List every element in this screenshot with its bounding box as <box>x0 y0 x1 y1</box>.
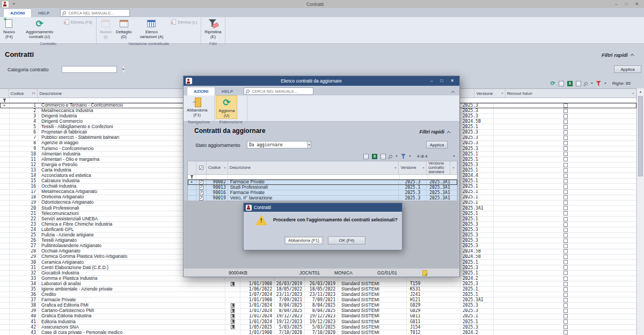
tab-azioni[interactable]: AZIONI <box>3 9 32 17</box>
rinnovi-checkbox[interactable] <box>564 211 568 215</box>
chevron-down-icon[interactable] <box>33 93 35 94</box>
rinnovi-checkbox[interactable] <box>564 309 568 313</box>
dialog-apply-button[interactable]: Applica <box>426 141 448 148</box>
chevron-down-icon[interactable] <box>396 155 398 157</box>
rinnovi-checkbox[interactable] <box>564 287 568 292</box>
rinnovi-checkbox[interactable] <box>564 244 568 248</box>
rinnovi-checkbox[interactable] <box>564 179 568 183</box>
rinnovi-checkbox[interactable] <box>564 200 568 205</box>
excel-export-icon[interactable]: X <box>372 154 377 159</box>
export-grid-icon[interactable] <box>559 81 564 86</box>
rinnovi-checkbox[interactable] <box>564 109 568 113</box>
category-input[interactable] <box>62 66 122 72</box>
table-row[interactable]: 37 Farmacie Private 1/01/1900 7/09/2021 … <box>0 297 636 303</box>
rinnovi-checkbox[interactable] <box>564 136 568 140</box>
dialog-manual-search[interactable] <box>244 87 313 95</box>
rinnovi-checkbox[interactable] <box>564 265 568 270</box>
rinnovi-checkbox[interactable] <box>564 330 568 334</box>
column-header-rinnovi[interactable]: Rinnovi futuri <box>506 89 636 98</box>
quick-filters-toggle[interactable]: Filtri rapidi <box>602 52 634 58</box>
rinnovi-checkbox[interactable] <box>564 152 568 156</box>
tab-help[interactable]: HELP <box>32 9 56 17</box>
chevron-down-icon[interactable] <box>409 155 411 157</box>
rinnovi-checkbox[interactable] <box>564 195 568 199</box>
minimize-icon[interactable]: – <box>383 205 385 210</box>
grid-search-icon[interactable] <box>584 82 588 85</box>
nuovo-i-button[interactable]: Nuovo(I) <box>98 17 114 41</box>
rinnovi-checkbox[interactable] <box>564 260 568 264</box>
rinnovi-checkbox[interactable] <box>564 239 568 243</box>
table-row[interactable]: 42 Assicurazioni SNA 1/05/2025 5/03/2025… <box>0 325 636 330</box>
dialog-tab-help[interactable]: HELP <box>215 87 239 95</box>
table-row[interactable]: ✓ 90013 Studi Professionali 2025.1 2025.… <box>188 185 457 190</box>
table-row[interactable]: 36 Credito 1/07/2024 23/11/2023 23/11/20… <box>0 292 636 297</box>
rinnovi-checkbox[interactable] <box>564 146 568 151</box>
confirm-ok-button[interactable]: OK (F4) <box>328 236 365 244</box>
rinnovi-checkbox[interactable] <box>564 163 568 167</box>
manual-search[interactable] <box>60 9 130 17</box>
dettaglio-button[interactable]: Dettaglio(D) <box>114 17 134 41</box>
chevron-down-icon[interactable] <box>604 83 606 84</box>
column-header-versione-std[interactable]: Versione contratto standard <box>427 161 450 174</box>
manual-search-input[interactable] <box>68 11 127 15</box>
chevron-down-icon[interactable] <box>452 167 455 169</box>
maximize-icon[interactable]: □ <box>440 78 443 84</box>
table-row[interactable]: 34 Laboratori di analisi 1/01/1900 26/03… <box>0 281 636 287</box>
vertical-scrollbar[interactable]: ▲ <box>636 88 644 335</box>
chevron-down-icon[interactable] <box>394 167 397 169</box>
elimina-f8-button[interactable]: Elimina (F8) <box>62 18 95 26</box>
dropdown-button[interactable] <box>307 142 311 148</box>
scrollbar-thumb[interactable] <box>638 96 643 176</box>
rinnovi-checkbox[interactable] <box>564 222 568 227</box>
collapse-ribbon-icon[interactable] <box>451 91 455 94</box>
table-row[interactable]: 38 Grafica ed Editoria PMI 1/01/2024 8/0… <box>0 303 636 308</box>
chevron-down-icon[interactable] <box>453 155 455 157</box>
chevron-down-icon[interactable] <box>591 83 593 84</box>
rinnovi-checkbox[interactable] <box>564 103 568 108</box>
table-filter-row[interactable] <box>188 175 457 180</box>
rinnovi-checkbox[interactable] <box>564 233 568 237</box>
nuovo-button[interactable]: Nuovo(F4) <box>1 17 17 41</box>
row-checkbox[interactable]: ✓ <box>199 191 203 195</box>
rinnovi-checkbox[interactable] <box>564 130 568 135</box>
rinnovi-checkbox[interactable] <box>564 325 568 329</box>
layout-grid-icon[interactable] <box>576 81 581 86</box>
table-row[interactable]: 35 Igiene ambientale - Aziende private 1… <box>0 287 636 292</box>
maximize-icon[interactable]: □ <box>625 2 627 7</box>
abbandona-button[interactable]: Abbandona(F1) <box>185 95 209 119</box>
excel-export-icon[interactable]: X <box>567 81 573 86</box>
dropdown-button[interactable] <box>122 66 125 72</box>
table-row[interactable]: 41 Editoria Industria 1/01/2024 19/12/20… <box>0 319 636 325</box>
rinnovi-checkbox[interactable] <box>564 228 568 232</box>
row-checkbox[interactable]: ✓ <box>199 180 203 184</box>
apply-button[interactable]: Applica <box>614 65 641 73</box>
table-row[interactable]: ✓ 90016 Farmacie Private 2025.3 2025.3A1 <box>188 190 457 196</box>
column-header-versione[interactable]: Versione <box>399 161 427 174</box>
rinnovi-checkbox[interactable] <box>564 114 568 118</box>
column-header-versione[interactable]: Versione <box>474 89 505 98</box>
rinnovi-checkbox[interactable] <box>564 303 568 308</box>
export-grid-icon[interactable] <box>363 154 369 159</box>
aggiornamento-contratti-button[interactable]: ⟳ Aggiornamentocontratti (U) <box>17 17 62 41</box>
rinnovi-checkbox[interactable] <box>564 174 568 178</box>
rinnovi-checkbox[interactable] <box>564 319 568 324</box>
rinnovi-checkbox[interactable] <box>564 314 568 318</box>
rinnovi-checkbox[interactable] <box>564 120 568 124</box>
close-icon[interactable]: ✕ <box>450 78 454 84</box>
aggiorna-button[interactable]: ⟳ Aggiorna(U) <box>216 95 237 119</box>
elimina-l-button[interactable]: Elimina (L) <box>169 18 200 26</box>
rinnovi-checkbox[interactable] <box>564 184 568 189</box>
row-checkbox[interactable]: ✓ <box>199 185 203 190</box>
stato-aggiornamento-combobox[interactable] <box>247 141 311 148</box>
ripristina-button[interactable]: Ripristina(E) <box>202 17 223 41</box>
rinnovi-checkbox[interactable] <box>564 271 568 275</box>
active-filter-icon[interactable] <box>596 81 601 86</box>
table-row[interactable]: ▸ ✓ 90002 Farmacie Private 2025.3 2025.3… <box>188 180 457 185</box>
chevron-down-icon[interactable] <box>422 167 425 169</box>
stato-aggiornamento-input[interactable] <box>247 142 307 148</box>
select-all-checkbox[interactable]: ✓ <box>199 166 203 170</box>
rinnovi-checkbox[interactable] <box>564 249 568 254</box>
rinnovi-checkbox[interactable] <box>564 298 568 302</box>
chevron-down-icon[interactable] <box>501 93 503 94</box>
row-checkbox[interactable]: ✓ <box>199 196 203 200</box>
